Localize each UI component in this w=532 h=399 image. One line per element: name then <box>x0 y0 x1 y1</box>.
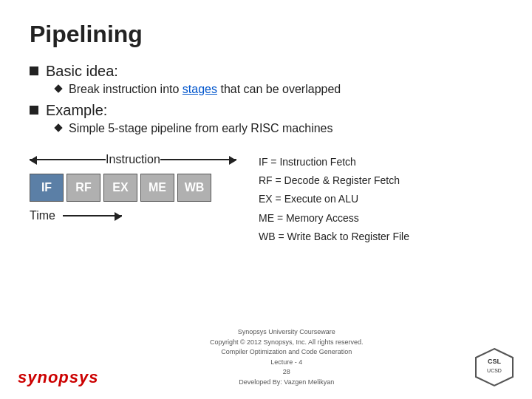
bullet-main-basic-idea: Basic idea: <box>30 63 502 80</box>
copyright-line1: Synopsys University Courseware <box>210 327 364 338</box>
copyright-line3: Compiler Optimization and Code Generatio… <box>210 347 364 358</box>
csl-badge-icon: CSL UCSD <box>474 347 514 387</box>
instruction-line-2 <box>160 159 214 160</box>
break-text-prefix: Break instruction into <box>69 83 183 95</box>
diagram-left: Instruction IF RF EX ME WB <box>30 153 236 222</box>
footer: synopsys Synopsys University Courseware … <box>0 327 532 387</box>
bullet-sub-simple: Simple 5-stage pipeline from early RISC … <box>55 122 502 135</box>
legend-item-ME: ME = Memory Access <box>259 209 409 228</box>
instruction-arrow-right <box>214 159 236 160</box>
bullet-diamond-icon <box>54 84 62 92</box>
stage-WB: WB <box>177 174 211 202</box>
legend-item-WB: WB = Write Back to Register File <box>259 228 409 246</box>
bullet-diamond-icon-2 <box>54 123 62 132</box>
instruction-arrow-row: Instruction <box>30 153 236 166</box>
legend-item-RF: RF = Decode & Register Fetch <box>259 171 409 190</box>
bullet-sub-simple-text: Simple 5-stage pipeline from early RISC … <box>69 122 332 135</box>
legend-item-EX: EX = Execute on ALU <box>259 190 409 208</box>
diagram-area: Instruction IF RF EX ME WB <box>30 153 502 246</box>
slide: Pipelining Basic idea: Break instruction… <box>0 0 532 399</box>
time-label: Time <box>30 209 55 222</box>
bullet-sub-text: Break instruction into stages that can b… <box>69 83 341 96</box>
copyright-line2: Copyright © 2012 Synopsys, Inc. All righ… <box>210 338 364 348</box>
stages-highlight: stages <box>183 83 217 95</box>
copyright-line5: Developed By: Vazgen Melikyan <box>210 378 364 388</box>
bullet-example: Example: Simple 5-stage pipeline from ea… <box>30 102 502 135</box>
bullet-square-icon <box>30 66 38 75</box>
stages-row: IF RF EX ME WB <box>30 174 211 202</box>
svg-text:UCSD: UCSD <box>487 368 502 373</box>
page-number: 28 <box>210 367 364 378</box>
svg-text:CSL: CSL <box>488 358 502 365</box>
bullet-example-label: Example: <box>46 102 107 119</box>
time-arrow <box>63 215 122 216</box>
copyright-line4: Lecture - 4 <box>210 358 364 368</box>
footer-center: Synopsys University Courseware Copyright… <box>210 327 364 387</box>
synopsys-logo: synopsys <box>18 368 99 387</box>
instruction-line <box>52 159 106 160</box>
stage-RF: RF <box>66 174 100 202</box>
instruction-arrow-left <box>30 159 52 160</box>
bullet-sub-break: Break instruction into stages that can b… <box>55 83 502 96</box>
footer-badge: CSL UCSD <box>474 347 514 387</box>
bullet-main-label: Basic idea: <box>46 63 118 80</box>
legend-item-IF: IF = Instruction Fetch <box>259 153 409 171</box>
stage-IF: IF <box>30 174 64 202</box>
stage-EX: EX <box>103 174 137 202</box>
break-text-suffix: that can be overlapped <box>217 83 341 95</box>
stage-ME: ME <box>140 174 174 202</box>
legend: IF = Instruction Fetch RF = Decode & Reg… <box>259 153 409 246</box>
bullet-square-icon-2 <box>30 106 38 115</box>
instruction-label: Instruction <box>106 153 160 166</box>
slide-title: Pipelining <box>30 21 502 48</box>
bullet-main-example: Example: <box>30 102 502 119</box>
bullet-basic-idea: Basic idea: Break instruction into stage… <box>30 63 502 96</box>
svg-marker-0 <box>476 349 513 386</box>
time-row: Time <box>30 209 122 222</box>
